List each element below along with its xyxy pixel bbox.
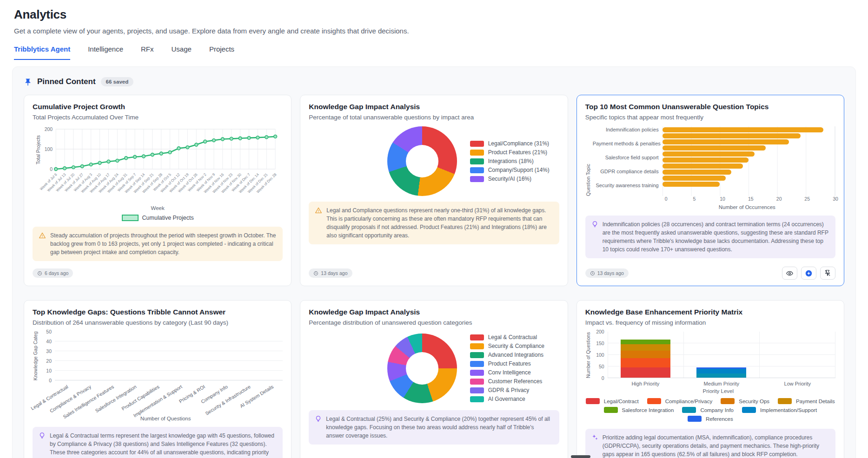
legend-item: Security/AI (16%)	[470, 176, 559, 182]
legend-item: Legal & Contractual	[470, 334, 559, 340]
unpin-button[interactable]	[820, 267, 835, 280]
card-cumulative-project-growth[interactable]: Cumulative Project Growth Total Projects…	[24, 95, 292, 286]
pin-icon	[24, 78, 32, 86]
clock-icon	[313, 271, 318, 276]
tab-rfx[interactable]: RFx	[141, 45, 154, 60]
legend-item: Compliance/Privacy	[647, 398, 713, 404]
legend-item: Legal/Contract	[586, 398, 639, 404]
chart-legend: Legal/Compliance (31%)Product Features (…	[470, 138, 559, 184]
chart-legend: Legal & ContractualSecurity & Compliance…	[470, 332, 559, 405]
legend-item: Product Features	[470, 360, 559, 367]
timestamp-pill: 6 days ago	[33, 268, 73, 278]
tab-projects[interactable]: Projects	[209, 45, 234, 60]
svg-text:0: 0	[50, 166, 53, 172]
card-subtitle: Specific topics that appear most frequen…	[585, 114, 835, 121]
warning-icon	[315, 207, 322, 240]
clock-icon	[37, 271, 42, 276]
line-chart: 0100200Week of Jul 6Week of Jul 13Week o…	[33, 125, 283, 204]
horizontal-scrollbar-thumb[interactable]	[571, 455, 590, 458]
x-axis-label: Week	[33, 205, 283, 211]
x-axis-label: Priority Level	[601, 388, 835, 394]
card-priority-matrix[interactable]: Knowledge Base Enhancement Priority Matr…	[576, 300, 844, 458]
legend-swatch	[122, 215, 139, 221]
chart-legend: Legal/ContractCompliance/PrivacySecurity…	[585, 397, 835, 423]
insight-text: Indemnification policies (28 occurrences…	[603, 220, 829, 254]
card-title: Top Knowledge Gaps: Questions Tribble Ca…	[33, 308, 283, 316]
bar-chart: Knowledge Gap Catego50403020100Legal & C…	[33, 332, 283, 416]
tab-tribblytics-agent[interactable]: Tribblytics Agent	[14, 45, 70, 60]
insight-box: Legal & Contractual (25%) and Security &…	[309, 410, 559, 445]
tab-usage[interactable]: Usage	[172, 45, 192, 60]
chart-legend: Cumulative Projects	[33, 215, 283, 221]
timestamp-pill: 13 days ago	[309, 268, 352, 278]
legend-item: References	[688, 416, 733, 422]
legend-item: Salesforce Integration	[604, 407, 674, 413]
insight-box: Legal & Contractual terms represent the …	[33, 427, 283, 458]
card-subtitle: Distribution of 264 unanswerable questio…	[33, 319, 283, 326]
legend-item: Customer References	[470, 378, 559, 385]
legend-item: AI Governance	[470, 396, 559, 402]
card-title: Knowledge Gap Impact Analysis	[309, 308, 559, 316]
insight-text: Legal & Contractual terms represent the …	[50, 432, 277, 458]
clock-icon	[590, 271, 595, 276]
card-subtitle: Impact vs. frequency of missing informat…	[585, 319, 835, 326]
bulb-icon	[591, 221, 598, 254]
legend-item: Conv Intelligence	[470, 369, 559, 376]
bulb-icon	[39, 432, 46, 458]
card-subtitle: Percentage distribution of unanswered qu…	[309, 319, 559, 326]
legend-item: Legal/Compliance (31%)	[470, 140, 559, 147]
insight-box: Prioritize adding legal documentation (M…	[585, 429, 835, 458]
legend-item: GDPR & Privacy	[470, 387, 559, 393]
timestamp-pill: 13 days ago	[585, 268, 629, 278]
card-subtitle: Percentage of total unanswerable questio…	[309, 114, 559, 121]
card-knowledge-gap-impact[interactable]: Knowledge Gap Impact Analysis Percentage…	[300, 95, 568, 286]
card-knowledge-gap-distribution[interactable]: Knowledge Gap Impact Analysis Percentage…	[300, 300, 568, 458]
eye-button[interactable]	[782, 267, 797, 280]
warning-icon	[39, 232, 46, 256]
legend-item: Security & Compliance	[470, 343, 559, 349]
horizontal-bar-chart: Question TopicIndemnification policiesPa…	[585, 126, 835, 203]
legend-item: Product Features (21%)	[470, 149, 559, 156]
donut-chart: Legal & ContractualSecurity & Compliance…	[309, 332, 559, 405]
card-grid: Cumulative Project Growth Total Projects…	[24, 95, 844, 458]
page-header: Analytics Get a complete view of your ag…	[0, 0, 868, 35]
card-title: Knowledge Gap Impact Analysis	[309, 103, 559, 111]
card-title: Knowledge Base Enhancement Priority Matr…	[585, 308, 835, 316]
svg-text:100: 100	[45, 146, 53, 152]
card-title: Cumulative Project Growth	[33, 103, 283, 111]
donut-chart: Legal/Compliance (31%)Product Features (…	[309, 126, 559, 196]
pinned-content-title: Pinned Content	[37, 77, 96, 86]
stacked-bar-chart: Number of Questions200150100500High Prio…	[585, 332, 835, 386]
insight-box: Legal and Compliance questions represent…	[309, 202, 559, 244]
tab-bar: Tribblytics Agent Intelligence RFx Usage…	[0, 45, 868, 60]
x-axis-label: Number of Questions	[48, 416, 283, 421]
insight-text: Legal and Compliance questions represent…	[326, 206, 553, 240]
sparkles-icon	[591, 434, 598, 458]
saved-count-badge: 66 saved	[101, 77, 134, 86]
legend-item: Company Info	[682, 407, 734, 413]
insight-text: Legal & Contractual (25%) and Security &…	[326, 415, 553, 440]
card-top-10-unanswerable-topics[interactable]: Top 10 Most Common Unanswerable Question…	[576, 95, 844, 286]
insight-text: Steady accumulation of projects througho…	[50, 231, 277, 256]
timestamp: 6 days ago	[45, 270, 68, 276]
timestamp: 13 days ago	[597, 270, 624, 276]
timestamp: 13 days ago	[321, 270, 347, 276]
ai-sparkle-button[interactable]	[801, 267, 816, 280]
pinned-content-panel: Pinned Content 66 saved Cumulative Proje…	[12, 66, 856, 458]
legend-item: Implementation/Support	[742, 407, 817, 413]
card-top-knowledge-gaps[interactable]: Top Knowledge Gaps: Questions Tribble Ca…	[24, 300, 292, 458]
tab-intelligence[interactable]: Intelligence	[88, 45, 123, 60]
insight-box: Indemnification policies (28 occurrences…	[585, 216, 835, 258]
svg-text:Total Projects: Total Projects	[35, 135, 41, 164]
legend-item: Payment Details	[778, 398, 835, 404]
bulb-icon	[315, 415, 322, 440]
insight-box: Steady accumulation of projects througho…	[33, 227, 283, 261]
legend-item: Advanced Integrations	[470, 352, 559, 358]
x-axis-label: Number of Occurrences	[659, 204, 835, 210]
insight-text: Prioritize adding legal documentation (M…	[603, 433, 829, 458]
page-subtitle: Get a complete view of your agents, proj…	[14, 27, 854, 35]
legend-item: Security Ops	[721, 398, 769, 404]
legend-item: Integrations (18%)	[470, 158, 559, 164]
card-actions	[782, 267, 835, 280]
svg-text:200: 200	[45, 126, 53, 132]
